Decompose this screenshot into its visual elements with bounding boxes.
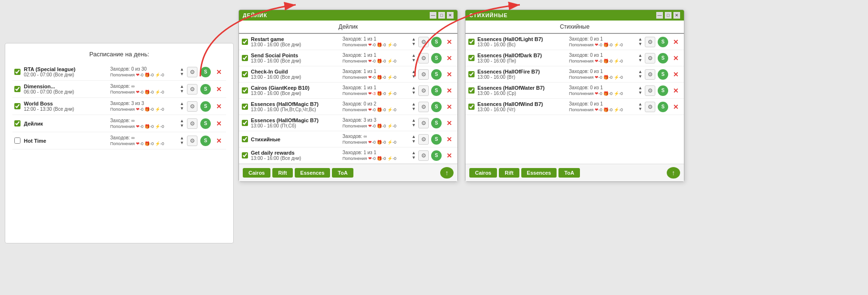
arrow-down-icon[interactable]: ▼ [638,91,642,95]
schedule-checkbox-wrapper[interactable] [14,103,21,110]
gear-btn[interactable]: ⚙ [187,136,197,146]
arrow-down-icon[interactable]: ▼ [412,156,416,160]
dailik-essences-btn[interactable]: Essences [295,168,331,178]
arrow-down-icon[interactable]: ▼ [638,74,642,79]
close-icon[interactable]: ✕ [214,118,224,129]
arrow-down-icon[interactable]: ▼ [638,42,642,46]
s-circle-btn[interactable]: S [200,136,211,146]
stikhiyne-rift-btn[interactable]: Rift [499,168,519,178]
close-icon[interactable]: ✕ [671,102,681,112]
task-checkbox-wrapper[interactable] [242,120,248,126]
s-circle-btn[interactable]: S [431,102,442,112]
task-checkbox-wrapper[interactable] [242,55,248,62]
arrow-down-icon[interactable]: ▼ [412,58,416,63]
task-checkbox-wrapper[interactable] [242,136,248,143]
gear-btn[interactable]: ⚙ [187,84,197,95]
s-circle-btn[interactable]: S [200,67,211,77]
arrow-down-icon[interactable]: ▼ [412,91,416,95]
s-circle-btn[interactable]: S [658,69,668,80]
arrow-up-icon[interactable]: ▲ [638,102,642,106]
arrow-down-icon[interactable]: ▼ [412,123,416,127]
close-icon[interactable]: ✕ [214,84,224,95]
schedule-checkbox-wrapper[interactable] [14,69,21,75]
close-icon[interactable]: ✕ [444,118,455,128]
s-circle-btn[interactable]: S [658,53,668,63]
schedule-checkbox-wrapper[interactable] [14,137,21,144]
arrow-up-icon[interactable]: ▲ [412,135,416,139]
arrow-up-icon[interactable]: ▲ [638,86,642,90]
close-icon[interactable]: ✕ [671,37,681,47]
arrow-up-icon[interactable]: ▲ [412,37,416,42]
close-icon[interactable]: ✕ [671,85,681,96]
s-circle-btn[interactable]: S [200,118,211,129]
arrow-up-icon[interactable]: ▲ [638,53,642,58]
close-icon[interactable]: ✕ [444,37,455,47]
arrow-down-icon[interactable]: ▼ [412,107,416,111]
arrow-down-icon[interactable]: ▼ [412,139,416,144]
gear-btn[interactable]: ⚙ [645,37,655,47]
s-circle-btn[interactable]: S [431,85,442,96]
task-checkbox-wrapper[interactable] [242,152,248,159]
arrow-up-icon[interactable]: ▲ [412,151,416,155]
arrow-down-icon[interactable]: ▼ [412,74,416,79]
arrow-down-icon[interactable]: ▼ [180,141,184,145]
arrow-down-icon[interactable]: ▼ [412,42,416,46]
gear-btn[interactable]: ⚙ [187,101,197,112]
arrow-up-icon[interactable]: ▲ [412,70,416,74]
arrow-up-icon[interactable]: ▲ [180,67,184,72]
gear-btn[interactable]: ⚙ [645,102,655,112]
task-checkbox-wrapper[interactable] [468,104,475,110]
gear-btn[interactable]: ⚙ [645,85,655,96]
arrow-up-icon[interactable]: ▲ [412,102,416,106]
stikhiyne-up-btn[interactable]: ↑ [667,167,680,179]
task-checkbox-wrapper[interactable] [468,71,475,78]
dailik-rift-btn[interactable]: Rift [272,168,292,178]
stikhiyne-cairos-btn[interactable]: Cairos [469,168,497,178]
arrow-up-icon[interactable]: ▲ [180,84,184,89]
close-icon[interactable]: ✕ [444,53,455,63]
arrow-up-icon[interactable]: ▲ [412,118,416,123]
task-checkbox-wrapper[interactable] [242,39,248,45]
arrow-down-icon[interactable]: ▼ [638,107,642,111]
close-icon[interactable]: ✕ [214,101,224,112]
close-icon[interactable]: ✕ [671,53,681,63]
arrow-down-icon[interactable]: ▼ [638,58,642,63]
dailik-close-btn[interactable]: ✕ [447,12,454,19]
arrow-down-icon[interactable]: ▼ [180,72,184,76]
gear-btn[interactable]: ⚙ [418,85,429,96]
gear-btn[interactable]: ⚙ [418,118,429,128]
gear-btn[interactable]: ⚙ [418,102,429,112]
gear-btn[interactable]: ⚙ [418,150,429,161]
close-icon[interactable]: ✕ [214,136,224,146]
stikhiyne-close-btn[interactable]: ✕ [673,12,680,19]
task-checkbox-wrapper[interactable] [242,87,248,94]
s-circle-btn[interactable]: S [431,150,442,161]
gear-btn[interactable]: ⚙ [645,69,655,80]
arrow-up-icon[interactable]: ▲ [412,53,416,58]
s-circle-btn[interactable]: S [658,85,668,96]
gear-btn[interactable]: ⚙ [645,53,655,63]
gear-btn[interactable]: ⚙ [418,37,429,47]
schedule-checkbox-wrapper[interactable] [14,120,21,127]
arrow-up-icon[interactable]: ▲ [638,70,642,74]
arrow-down-icon[interactable]: ▼ [180,89,184,94]
close-icon[interactable]: ✕ [444,102,455,112]
arrow-down-icon[interactable]: ▼ [180,124,184,128]
close-icon[interactable]: ✕ [444,69,455,80]
gear-btn[interactable]: ⚙ [418,69,429,80]
schedule-checkbox-wrapper[interactable] [14,86,21,93]
dailik-maximize-btn[interactable]: □ [438,12,445,19]
dailik-cairos-btn[interactable]: Cairos [243,168,270,178]
dailik-toa-btn[interactable]: ToA [332,168,353,178]
s-circle-btn[interactable]: S [431,53,442,63]
arrow-down-icon[interactable]: ▼ [180,106,184,111]
close-icon[interactable]: ✕ [444,150,455,161]
arrow-up-icon[interactable]: ▲ [180,102,184,106]
close-icon[interactable]: ✕ [444,134,455,145]
task-checkbox-wrapper[interactable] [468,87,475,94]
stikhiyne-minimize-btn[interactable]: — [656,12,663,19]
stikhiyne-maximize-btn[interactable]: □ [665,12,672,19]
stikhiyne-toa-btn[interactable]: ToA [558,168,580,178]
dailik-up-btn[interactable]: ↑ [440,167,454,179]
s-circle-btn[interactable]: S [200,101,211,112]
